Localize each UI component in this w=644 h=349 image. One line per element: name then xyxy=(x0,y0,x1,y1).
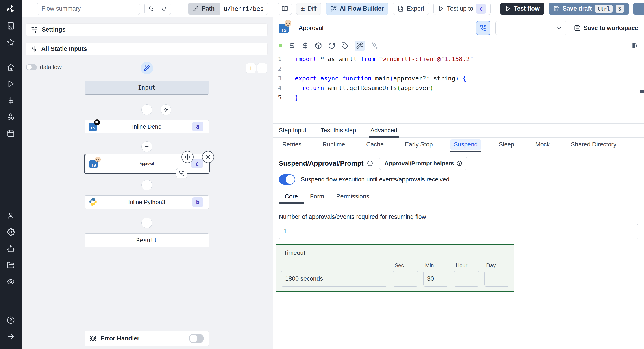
timeout-display[interactable]: 1800 seconds xyxy=(281,271,388,287)
save-to-workspace-button[interactable]: Save to workspace xyxy=(574,25,638,31)
step-node-a[interactable]: TS Inline Deno a xyxy=(84,120,209,133)
ai-flow-builder-label: AI Flow Builder xyxy=(340,5,384,12)
path-label: Path xyxy=(202,5,215,12)
tab-permissions[interactable]: Permissions xyxy=(330,190,375,203)
s-keycap: S xyxy=(616,5,624,12)
step-name-input[interactable] xyxy=(294,20,468,35)
test-flow-button[interactable]: Test flow xyxy=(500,3,544,15)
dataflow-toggle[interactable] xyxy=(26,64,37,70)
suspend-approval-toggle-button[interactable] xyxy=(476,21,490,35)
windmill-logo[interactable] xyxy=(0,0,22,17)
add-step-button-4[interactable] xyxy=(142,218,152,228)
collapse-arrow-icon[interactable] xyxy=(7,333,15,341)
deploy-button-partial[interactable] xyxy=(633,3,644,15)
flow-settings-button[interactable]: Settings xyxy=(26,23,268,36)
subtab-sleep[interactable]: Sleep xyxy=(495,138,518,152)
subtab-suspend[interactable]: Suspend xyxy=(450,138,482,152)
help-icon[interactable] xyxy=(7,316,15,324)
ai-flow-builder-button[interactable]: AI Flow Builder xyxy=(326,3,388,15)
sparkles-button[interactable] xyxy=(371,42,378,49)
tab-form[interactable]: Form xyxy=(304,190,330,203)
library-button[interactable] xyxy=(631,42,638,49)
add-step-button-1[interactable] xyxy=(142,104,152,115)
workspace-icon[interactable] xyxy=(7,22,15,30)
all-static-inputs-button[interactable]: All Static Inputs xyxy=(26,42,268,55)
undo-button[interactable] xyxy=(145,3,158,14)
flow-result-node[interactable]: Result xyxy=(84,233,209,247)
code-line[interactable]: 2 xyxy=(273,64,644,73)
tab-advanced[interactable]: Advanced xyxy=(370,124,397,137)
library-icon xyxy=(631,42,638,49)
folders-icon[interactable] xyxy=(7,261,15,269)
variables-dollar-icon[interactable] xyxy=(7,96,15,104)
code-line[interactable]: 5} xyxy=(273,93,644,102)
diff-button[interactable]: ±Diff xyxy=(296,3,321,15)
runs-play-icon[interactable] xyxy=(7,80,15,88)
step-node-b[interactable]: Inline Python3 b xyxy=(84,195,209,209)
code-text: import * as wmill from "windmill-client@… xyxy=(285,54,644,64)
code-line[interactable]: 1import * as wmill from "windmill-client… xyxy=(273,54,644,64)
add-step-button-3[interactable] xyxy=(142,180,152,190)
approval-prompt-helpers-button[interactable]: Approval/Prompt helpers xyxy=(379,157,467,170)
editor-scrollbar[interactable] xyxy=(640,53,644,123)
add-resource-button[interactable] xyxy=(302,42,309,49)
add-variable-button[interactable] xyxy=(288,42,296,49)
flow-input-node[interactable]: Input xyxy=(84,81,209,94)
subtab-cache[interactable]: Cache xyxy=(362,138,387,152)
min-input[interactable] xyxy=(423,271,448,287)
subtab-mock[interactable]: Mock xyxy=(532,138,554,152)
error-handler-toggle[interactable] xyxy=(189,334,204,343)
subtab-runtime[interactable]: Runtime xyxy=(319,138,349,152)
suspend-phone-indicator[interactable] xyxy=(176,168,187,178)
path-button[interactable]: Path u/henri/bes xyxy=(188,3,268,15)
error-handler-label: Error Handler xyxy=(100,335,140,342)
tab-test-this-step[interactable]: Test this step xyxy=(321,124,356,137)
code-line[interactable]: 3export async function main(approver?: s… xyxy=(273,73,644,83)
redo-button[interactable] xyxy=(158,3,171,14)
move-step-button[interactable] xyxy=(182,151,194,163)
add-step-button-2[interactable] xyxy=(142,141,152,152)
info-icon[interactable] xyxy=(367,160,373,166)
script-version-select[interactable] xyxy=(495,21,566,35)
ai-assistant-button[interactable] xyxy=(354,40,365,51)
test-up-to-button[interactable]: Test up toc xyxy=(434,3,490,15)
code-line[interactable]: 4 return wmill.getResumeUrls(approver) xyxy=(273,83,644,93)
zoom-out-button[interactable]: − xyxy=(257,63,267,73)
settings-gear-icon[interactable] xyxy=(7,228,15,236)
error-handler-card[interactable]: Error Handler xyxy=(84,331,209,346)
python-icon xyxy=(89,198,98,207)
package-button[interactable] xyxy=(315,42,322,49)
favorites-star-icon[interactable] xyxy=(7,38,15,46)
day-input[interactable] xyxy=(484,271,510,287)
code-editor[interactable]: 1import * as wmill from "windmill-client… xyxy=(273,53,644,124)
schedules-calendar-icon[interactable] xyxy=(7,129,15,138)
book-open-icon xyxy=(282,5,288,12)
suspend-flow-toggle[interactable] xyxy=(279,174,295,185)
subtab-shared-directory[interactable]: Shared Directory xyxy=(567,138,620,152)
home-icon[interactable] xyxy=(7,63,15,71)
export-button[interactable]: Export xyxy=(393,3,429,15)
sec-input[interactable] xyxy=(393,271,418,287)
tab-step-input[interactable]: Step Input xyxy=(279,124,306,137)
reset-button[interactable] xyxy=(328,42,335,49)
line-number: 1 xyxy=(273,54,285,64)
approvals-count-input[interactable] xyxy=(279,224,638,239)
sliders-icon xyxy=(31,26,38,33)
users-icon[interactable] xyxy=(7,211,15,220)
workers-bot-icon[interactable] xyxy=(7,245,15,253)
save-draft-button[interactable]: Save draftCtrlS xyxy=(549,3,629,15)
subtab-retries[interactable]: Retries xyxy=(279,138,305,152)
subtab-early-stop[interactable]: Early Stop xyxy=(401,138,436,152)
tab-core[interactable]: Core xyxy=(279,190,304,203)
step-a-label: Inline Deno xyxy=(132,123,162,130)
zoom-in-button[interactable]: + xyxy=(246,63,256,73)
delete-step-button[interactable] xyxy=(202,151,214,163)
ai-step-wand-button[interactable] xyxy=(140,62,153,74)
resources-boxes-icon[interactable] xyxy=(7,113,15,121)
add-trigger-button[interactable] xyxy=(160,104,171,115)
flow-summary-input[interactable] xyxy=(37,3,140,15)
hour-input[interactable] xyxy=(454,271,479,287)
tag-button[interactable] xyxy=(341,42,348,49)
docs-button[interactable] xyxy=(278,3,292,15)
audit-eye-icon[interactable] xyxy=(7,278,15,286)
